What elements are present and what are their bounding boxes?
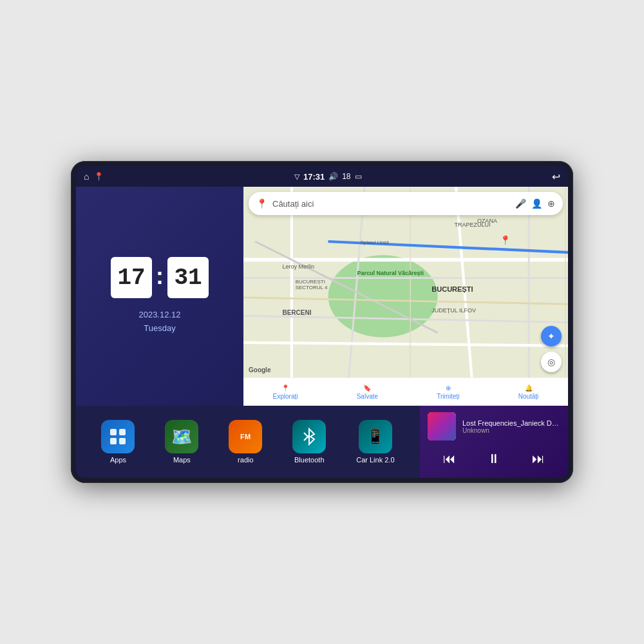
- sector4-label: BUCUREȘTISECTORUL 4: [296, 279, 328, 290]
- top-section: 17 : 31 2023.12.12 Tuesday: [76, 187, 568, 406]
- status-right-icons: ↩: [552, 171, 560, 183]
- mic-icon[interactable]: 🎤: [515, 198, 526, 209]
- berceni-label: BERCENI: [282, 309, 311, 316]
- music-thumbnail: [428, 412, 456, 440]
- park-label: Parcul Natural Văcărești: [357, 270, 424, 276]
- music-play-button[interactable]: ⏸: [482, 449, 506, 469]
- music-artist: Unknown: [462, 427, 560, 434]
- clock-colon: :: [156, 263, 164, 290]
- music-panel: Lost Frequencies_Janieck Devy-... Unknow…: [420, 406, 568, 478]
- status-time: 17:31: [303, 172, 325, 182]
- bucharest-label: BUCUREȘTI: [431, 285, 473, 293]
- maps-label: Maps: [173, 456, 191, 464]
- status-left-icons: ⌂ 📍: [84, 171, 104, 182]
- ozana-label: OZANA: [477, 218, 497, 224]
- map-panel[interactable]: Parcul Natural Văcărești Leroy Merlin BU…: [243, 187, 568, 406]
- app-bluetooth[interactable]: Bluetooth: [292, 420, 326, 464]
- music-controls: ⏮ ⏸ ⏭: [428, 446, 560, 471]
- map-search-bar[interactable]: 📍 Căutați aici 🎤 👤 ⊕: [249, 192, 563, 215]
- map-saved-tab[interactable]: 🔖 Salvate: [357, 384, 378, 400]
- news-icon: 🔔: [525, 384, 533, 392]
- bluetooth-icon: [292, 420, 326, 453]
- map-search-actions: 🎤 👤 ⊕: [515, 198, 555, 209]
- map-red-pin: 📍: [500, 235, 511, 245]
- google-logo: Google: [249, 366, 270, 374]
- music-title: Lost Frequencies_Janieck Devy-...: [462, 419, 560, 427]
- contribute-label: Trimiteți: [437, 393, 459, 400]
- clock-panel: 17 : 31 2023.12.12 Tuesday: [76, 187, 243, 406]
- radio-icon: FM: [229, 420, 262, 453]
- clock-hour: 17: [111, 257, 152, 298]
- layers-icon[interactable]: ⊕: [547, 198, 555, 209]
- map-background: [243, 187, 568, 406]
- clock-minute: 31: [167, 257, 209, 298]
- app-carlink[interactable]: 📱 Car Link 2.0: [356, 420, 394, 464]
- svg-rect-16: [110, 429, 117, 435]
- music-prev-button[interactable]: ⏮: [438, 449, 461, 469]
- svg-rect-18: [110, 438, 117, 444]
- status-center: ▽ 17:31 🔊 18 ▭: [294, 172, 362, 182]
- apps-label: Apps: [110, 456, 126, 464]
- maps-pin-icon: 📍: [256, 198, 267, 209]
- saved-label: Salvate: [357, 393, 378, 400]
- ilfov-label: JUDEȚUL ILFOV: [431, 307, 476, 314]
- explore-label: Explorați: [273, 393, 298, 400]
- music-thumbnail-image: [428, 412, 456, 440]
- signal-icon: ▽: [294, 173, 299, 181]
- carlink-label: Car Link 2.0: [356, 456, 394, 464]
- clock-display: 17 : 31: [111, 257, 209, 298]
- maps-shortcut-icon[interactable]: 📍: [94, 172, 104, 181]
- news-label: Noutăți: [518, 393, 539, 400]
- app-maps[interactable]: 🗺️ Maps: [165, 420, 198, 464]
- car-head-unit: ⌂ 📍 ▽ 17:31 🔊 18 ▭ ↩ 17: [71, 161, 573, 483]
- music-text: Lost Frequencies_Janieck Devy-... Unknow…: [462, 419, 560, 434]
- map-search-text[interactable]: Căutați aici: [272, 199, 510, 209]
- map-compass-button[interactable]: ✦: [541, 326, 562, 346]
- explore-icon: 📍: [281, 384, 289, 392]
- apps-bar: Apps 🗺️ Maps FM radio: [76, 406, 420, 478]
- map-location-button[interactable]: ◎: [541, 352, 562, 372]
- clock-date: 2023.12.12 Tuesday: [138, 308, 180, 336]
- map-news-tab[interactable]: 🔔 Noutăți: [518, 384, 539, 400]
- account-icon[interactable]: 👤: [531, 198, 542, 209]
- splaiulunirii-label: Splaiul Unirii: [360, 240, 388, 245]
- svg-rect-17: [119, 429, 126, 435]
- back-icon[interactable]: ↩: [552, 171, 560, 183]
- map-contribute-tab[interactable]: ⊕ Trimiteți: [437, 384, 459, 400]
- svg-rect-19: [119, 438, 126, 444]
- main-content: 17 : 31 2023.12.12 Tuesday: [76, 187, 568, 478]
- map-explore-tab[interactable]: 📍 Explorați: [273, 384, 298, 400]
- volume-icon: 🔊: [328, 172, 338, 181]
- maps-icon: 🗺️: [165, 420, 198, 453]
- saved-icon: 🔖: [363, 384, 371, 392]
- battery-level: 18: [342, 172, 350, 181]
- app-radio[interactable]: FM radio: [229, 420, 262, 464]
- status-bar: ⌂ 📍 ▽ 17:31 🔊 18 ▭ ↩: [76, 166, 568, 187]
- contribute-icon: ⊕: [446, 384, 451, 392]
- app-apps[interactable]: Apps: [101, 420, 135, 464]
- screen: ⌂ 📍 ▽ 17:31 🔊 18 ▭ ↩ 17: [76, 166, 568, 478]
- home-icon[interactable]: ⌂: [84, 171, 89, 182]
- carlink-icon: 📱: [359, 420, 392, 453]
- bottom-section: Apps 🗺️ Maps FM radio: [76, 406, 568, 478]
- apps-icon: [101, 420, 135, 453]
- music-next-button[interactable]: ⏭: [527, 449, 550, 469]
- leroy-label: Leroy Merlin: [282, 263, 314, 270]
- map-bottom-bar: 📍 Explorați 🔖 Salvate ⊕ Trimiteți 🔔: [243, 377, 568, 406]
- battery-icon: ▭: [355, 172, 362, 181]
- music-info: Lost Frequencies_Janieck Devy-... Unknow…: [428, 412, 560, 440]
- radio-label: radio: [238, 456, 253, 464]
- bluetooth-label: Bluetooth: [294, 456, 324, 464]
